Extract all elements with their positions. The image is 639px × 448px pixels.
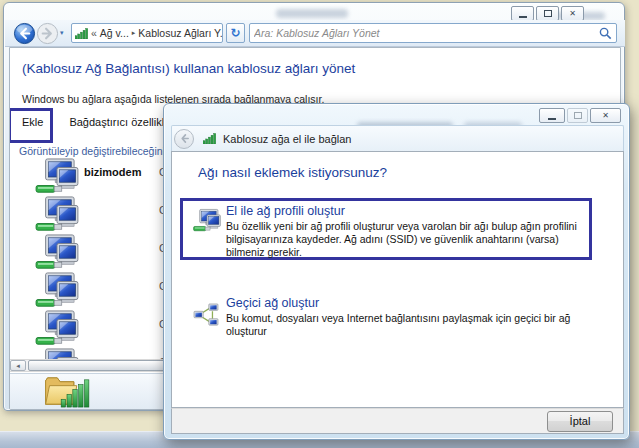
option-create-adhoc-network[interactable]: Geçici ağ oluştur Bu komut, dosyaları ve… [180,290,592,348]
dialog-title: Kablosuz ağa el ile bağlan [223,133,351,145]
close-button[interactable]: ✕ [561,6,584,21]
network-computer-icon [34,272,80,310]
adhoc-network-icon [193,303,219,327]
blur-artifact [276,9,348,18]
close-icon: ✕ [569,10,576,18]
option-description: Bu komut, dosyaları veya Internet bağlan… [226,312,588,338]
dialog-footer: İptal [171,408,624,434]
breadcrumb-segment-network[interactable]: Ağ v... [100,27,129,39]
maximize-icon [544,10,552,17]
network-computer-icon [34,234,80,272]
minimize-button[interactable] [539,108,565,123]
scroll-left-button[interactable]: ◂ [10,360,26,371]
dialog-heading: Ağı nasıl eklemek istiyorsunuz? [198,165,387,180]
dialog-caption-buttons: ✕ [539,108,621,123]
network-computer-icon [34,196,80,234]
toolbar-adapter-properties-button[interactable]: Bağdaştırıcı özellikleri [69,116,176,128]
option-create-manual-profile[interactable]: El ile ağ profili oluştur Bu özellik yen… [180,198,592,260]
search-icon [599,27,612,40]
page-title: (Kablosuz Ağ Bağlantısı) kullanan kablos… [22,61,355,76]
wireless-signal-icon [75,28,88,39]
back-arrow-icon [179,133,190,144]
manually-connect-dialog: ✕ Kablosuz ağa el ile bağlan Ağı nasıl e… [163,103,630,440]
network-computer-icon [34,310,80,348]
dialog-header: Kablosuz ağa el ile bağlan [171,125,624,151]
network-computer-icon [34,348,80,359]
breadcrumb-overflow-chevron[interactable]: « [91,27,97,39]
forward-button-disabled[interactable] [36,22,59,45]
wireless-signal-icon [203,133,216,144]
dialog-content: Ağı nasıl eklemek istiyorsunuz? El ile a… [171,151,624,408]
search-box [249,23,617,43]
toolbar-add-button[interactable]: Ekle [22,116,43,128]
minimize-icon [519,16,527,18]
close-button[interactable]: ✕ [590,108,621,123]
back-button[interactable] [13,22,36,45]
maximize-button-disabled [567,108,588,123]
close-icon: ✕ [602,112,609,120]
scrollbar-thumb[interactable] [28,360,170,371]
cancel-button[interactable]: İptal [547,411,613,432]
network-name: bizimodem [84,166,141,178]
window-caption-buttons: ✕ [511,6,584,21]
breadcrumb-separator-icon[interactable]: ▸ [132,29,136,37]
maximize-icon [574,112,582,119]
navigation-bar: ▾ « Ağ v... ▸ Kablosuz Ağları Y... ▾ ↻ [5,20,625,47]
breadcrumb-segment-manage-wireless[interactable]: Kablosuz Ağları Y... [138,27,223,39]
search-input[interactable] [254,27,599,39]
network-computer-icon [193,208,221,234]
desktop: { "glyphs": { "close": "✕", "dropdown": … [0,0,639,448]
option-title: Geçici ağ oluştur [226,296,588,310]
option-title: El ile ağ profili oluştur [226,204,588,218]
refresh-button[interactable]: ↻ [226,23,245,43]
minimize-icon [548,118,556,120]
network-computer-icon [34,158,80,196]
minimize-button[interactable] [511,6,534,21]
option-description: Bu özellik yeni bir ağ profili oluşturur… [226,220,588,259]
address-bar[interactable]: « Ağ v... ▸ Kablosuz Ağları Y... ▾ [71,23,223,43]
wireless-folder-icon [44,374,90,409]
maximize-button[interactable] [536,6,559,21]
back-button-disabled [174,129,194,149]
recent-pages-dropdown-icon[interactable]: ▾ [60,29,64,37]
